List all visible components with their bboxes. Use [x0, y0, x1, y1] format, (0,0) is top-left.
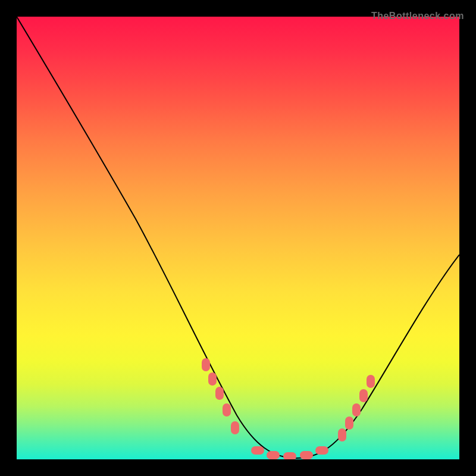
watermark-text: TheBottleneck.com — [371, 11, 464, 21]
outer-frame: TheBottleneck.com — [8, 8, 468, 468]
plot-area — [17, 17, 459, 459]
heat-gradient-background — [17, 17, 459, 459]
